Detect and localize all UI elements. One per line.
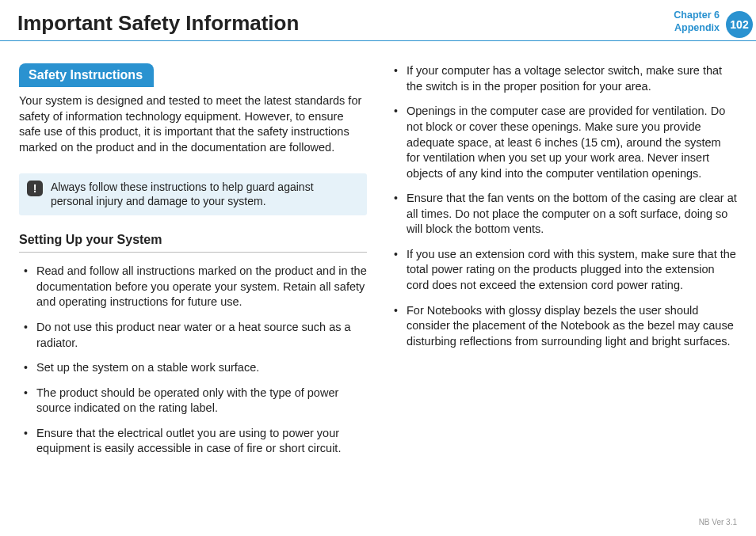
warning-icon: ! [27,181,43,196]
subheading-setting-up: Setting Up your System [19,233,367,253]
chapter-label: Chapter 6 Appendix [674,10,720,36]
content-columns: Safety Instructions Your system is desig… [0,41,756,466]
chapter-line-1: Chapter 6 [674,10,720,22]
list-item: Ensure that the fan vents on the bottom … [389,191,737,238]
list-item: Do not use this product near water or a … [19,320,367,351]
list-item: Ensure that the electrical outlet you ar… [19,426,367,457]
warning-text: Always follow these instructions to help… [51,180,357,210]
list-item: For Notebooks with glossy display bezels… [389,303,737,350]
warning-callout: ! Always follow these instructions to he… [19,173,367,216]
list-item: Read and follow all instructions marked … [19,264,367,310]
section-heading-safety-instructions: Safety Instructions [19,63,154,87]
version-note: NB Ver 3.1 [699,518,737,526]
list-item: Openings in the computer case are provid… [389,104,737,181]
list-item: If you use an extension cord with this s… [389,247,737,294]
page-title: Important Safety Information [17,11,299,36]
list-item: The product should be operated only with… [19,386,367,416]
list-item: Set up the system on a stable work surfa… [19,360,367,376]
right-column: If your computer has a voltage selector … [389,63,737,466]
left-bullet-list: Read and follow all instructions marked … [19,264,367,457]
page-header: Important Safety Information Chapter 6 A… [0,0,756,41]
right-bullet-list: If your computer has a voltage selector … [389,63,737,349]
list-item: If your computer has a voltage selector … [389,63,737,94]
chapter-line-2: Appendix [674,22,720,35]
intro-paragraph: Your system is designed and tested to me… [19,93,367,155]
left-column: Safety Instructions Your system is desig… [19,63,367,466]
header-right: Chapter 6 Appendix 102 [674,10,756,36]
page-number-badge: 102 [726,11,753,38]
